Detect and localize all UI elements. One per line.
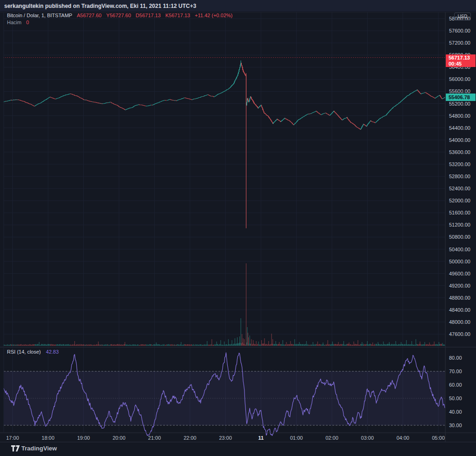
close-label: K <box>165 13 169 18</box>
time-axis[interactable] <box>0 433 445 443</box>
chart-canvas[interactable]: 58000.0057600.0057200.0056800.0056400.00… <box>0 0 476 456</box>
price-axis[interactable] <box>445 12 476 433</box>
rsi-value: 42.83 <box>46 349 59 355</box>
attribution-bar: serkangultekin published on TradingView.… <box>0 0 476 12</box>
symbol-title[interactable]: Bitcoin / Dolar, 1, BITSTAMP <box>7 13 72 18</box>
footer-brand-text[interactable]: TradingView <box>21 445 57 452</box>
close-price-badge: 55406.78 <box>446 94 476 101</box>
volume-value: 0 <box>26 20 29 25</box>
last-price-value: 56717.13 <box>449 55 476 61</box>
rsi-label: RSI (14, close) <box>7 349 41 355</box>
open-label: A <box>77 13 80 18</box>
open-value: 56727.60 <box>80 13 102 18</box>
tradingview-logo-icon[interactable] <box>11 445 20 452</box>
low-value: 56717.13 <box>139 13 161 18</box>
volume-legend[interactable]: Hacim 0 <box>7 20 29 25</box>
symbol-legend[interactable]: Bitcoin / Dolar, 1, BITSTAMP A56727.60 Y… <box>7 13 232 18</box>
volume-label: Hacim <box>7 20 21 25</box>
bar-countdown: 00:45 <box>449 61 476 67</box>
attribution-text: serkangultekin published on TradingView.… <box>4 3 196 9</box>
rsi-legend[interactable]: RSI (14, close) 42.83 <box>7 349 59 355</box>
low-label: D <box>136 13 139 18</box>
high-label: Y <box>106 13 110 18</box>
last-price-badge: 56717.13 00:45 <box>446 54 476 67</box>
close-value: 56717.13 <box>169 13 190 18</box>
currency-unit-chip[interactable]: USD <box>454 13 471 20</box>
change-value: +11.42 (+0.02%) <box>195 13 232 18</box>
high-value: 56727.60 <box>110 13 131 18</box>
